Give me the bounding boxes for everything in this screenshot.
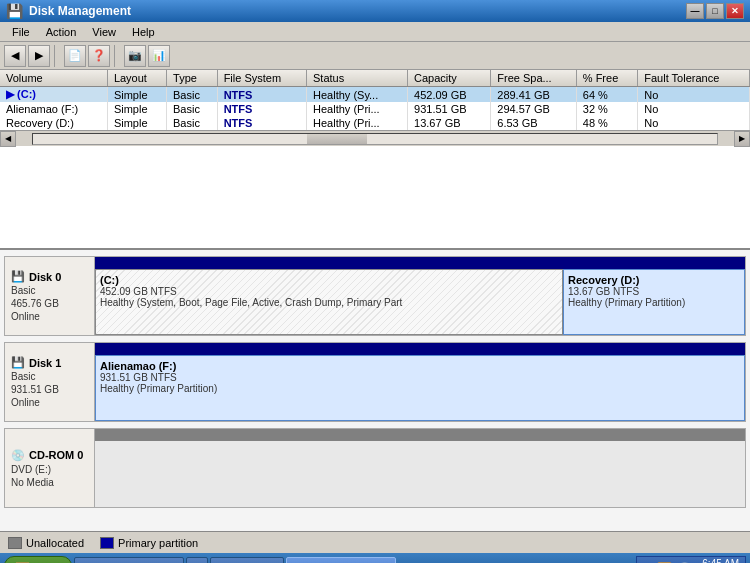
toolbar-sep2 [114,45,120,67]
toolbar-snapshot[interactable]: 📷 [124,45,146,67]
scrollbar-track[interactable] [32,133,718,145]
disk-name-label-2: CD-ROM 0 [29,449,83,461]
col-status[interactable]: Status [307,70,408,87]
partition-0-1[interactable]: Recovery (D:) 13.67 GB NTFS Healthy (Pri… [563,269,745,335]
col-freespace[interactable]: Free Spa... [491,70,577,87]
toolbar-help[interactable]: ❓ [88,45,110,67]
horizontal-scrollbar[interactable]: ◀ ▶ [0,130,750,146]
col-type[interactable]: Type [167,70,218,87]
disk-panel-1: 💾 Disk 1 Basic 931.51 GB Online Alienama… [4,342,746,422]
cell-pctfree: 32 % [576,102,637,116]
toolbar-back[interactable]: ◀ [4,45,26,67]
scroll-right[interactable]: ▶ [734,131,750,147]
taskbar-diskmgmt[interactable]: 💾 Disk Management [286,557,397,563]
menu-file[interactable]: File [4,24,38,40]
col-filesystem[interactable]: File System [217,70,306,87]
disk-table-area: Volume Layout Type File System Status Ca… [0,70,750,250]
disk-info-2: 💿 CD-ROM 0 DVD (E:) No Media [5,429,95,507]
col-layout[interactable]: Layout [107,70,166,87]
cell-fault: No [638,102,750,116]
part-detail2-0-1: Healthy (Primary Partition) [568,297,740,308]
cell-type: Basic [167,87,218,103]
table-header-row: Volume Layout Type File System Status Ca… [0,70,750,87]
legend-unallocated: Unallocated [8,537,84,549]
disk-name-0: 💾 Disk 0 [11,270,88,283]
disk-partitions-2 [95,429,745,507]
menu-bar: File Action View Help [0,22,750,42]
cell-status: Healthy (Pri... [307,102,408,116]
legend-primary-label: Primary partition [118,537,198,549]
cell-type: Basic [167,116,218,130]
disk-icon-2: 💿 [11,449,25,462]
disk-partitions-0: (C:) 452.09 GB NTFS Healthy (System, Boo… [95,257,745,335]
taskbar-media[interactable]: ▶ [186,557,208,563]
menu-help[interactable]: Help [124,24,163,40]
part-detail1-1-0: 931.51 GB NTFS [100,372,740,383]
disk-status-0: Online [11,311,88,322]
scroll-left[interactable]: ◀ [0,131,16,147]
disk-status-1: Online [11,397,88,408]
table-row[interactable]: ▶ (C:) Simple Basic NTFS Healthy (Sy... … [0,87,750,103]
disk-type-0: Basic [11,285,88,296]
col-capacity[interactable]: Capacity [408,70,491,87]
disk-bar-2 [95,429,745,441]
part-detail1-0-0: 452.09 GB NTFS [100,286,558,297]
clock: 6:45 AM 8/27/2011 [695,558,740,563]
taskbar: 🪟 Start 🌐 Address not vali... ▶ 🖥️ Compu… [0,553,750,563]
disk-name-label-1: Disk 1 [29,357,61,369]
part-name-0-0: (C:) [100,274,558,286]
table-row[interactable]: Alienamao (F:) Simple Basic NTFS Healthy… [0,102,750,116]
disk-type-1: Basic [11,371,88,382]
part-name-0-1: Recovery (D:) [568,274,740,286]
window-controls: — □ ✕ [686,3,744,19]
toolbar-chart[interactable]: 📊 [148,45,170,67]
table-row[interactable]: Recovery (D:) Simple Basic NTFS Healthy … [0,116,750,130]
clock-time: 6:45 AM [695,558,740,563]
menu-action[interactable]: Action [38,24,85,40]
cell-free: 6.53 GB [491,116,577,130]
partition-1-0[interactable]: Alienamao (F:) 931.51 GB NTFS Healthy (P… [95,355,745,421]
disk-info-1: 💾 Disk 1 Basic 931.51 GB Online [5,343,95,421]
col-fault[interactable]: Fault Tolerance [638,70,750,87]
minimize-button[interactable]: — [686,3,704,19]
cell-free: 289.41 GB [491,87,577,103]
part-name-1-0: Alienamao (F:) [100,360,740,372]
disk-info-0: 💾 Disk 0 Basic 465.76 GB Online [5,257,95,335]
partition-0-0[interactable]: (C:) 452.09 GB NTFS Healthy (System, Boo… [95,269,563,335]
taskbar-computer[interactable]: 🖥️ Computer [210,557,284,563]
taskbar-address[interactable]: 🌐 Address not vali... [74,557,183,563]
toolbar-sep1 [54,45,60,67]
title-icon: 💾 [6,3,23,19]
cell-volume: Alienamao (F:) [0,102,107,116]
cell-fault: No [638,87,750,103]
col-volume[interactable]: Volume [0,70,107,87]
toolbar-forward[interactable]: ▶ [28,45,50,67]
disk-panel-2: 💿 CD-ROM 0 DVD (E:) No Media [4,428,746,508]
cell-layout: Simple [107,102,166,116]
cell-status: Healthy (Pri... [307,116,408,130]
close-button[interactable]: ✕ [726,3,744,19]
disk-size-1: 931.51 GB [11,384,88,395]
disk-panel-0: 💾 Disk 0 Basic 465.76 GB Online (C:) 452… [4,256,746,336]
legend-unallocated-box [8,537,22,549]
menu-view[interactable]: View [84,24,124,40]
cell-volume: Recovery (D:) [0,116,107,130]
maximize-button[interactable]: □ [706,3,724,19]
start-button[interactable]: 🪟 Start [4,556,72,563]
col-pctfree[interactable]: % Free [576,70,637,87]
legend-primary-box [100,537,114,549]
title-bar: 💾 Disk Management — □ ✕ [0,0,750,22]
scrollbar-thumb[interactable] [307,134,367,144]
disk-table: Volume Layout Type File System Status Ca… [0,70,750,130]
cell-capacity: 452.09 GB [408,87,491,103]
cell-volume: ▶ (C:) [0,87,107,103]
disk-visual-area[interactable]: 💾 Disk 0 Basic 465.76 GB Online (C:) 452… [0,250,750,531]
main-content: Volume Layout Type File System Status Ca… [0,70,750,531]
disk-icon-0: 💾 [11,270,25,283]
disk-type-2: DVD (E:) [11,464,88,475]
legend-primary: Primary partition [100,537,198,549]
systray: ▲ 📶 🔊 6:45 AM 8/27/2011 [636,556,746,563]
disk-bar-0 [95,257,745,269]
toolbar-doc[interactable]: 📄 [64,45,86,67]
disk-bar-1 [95,343,745,355]
